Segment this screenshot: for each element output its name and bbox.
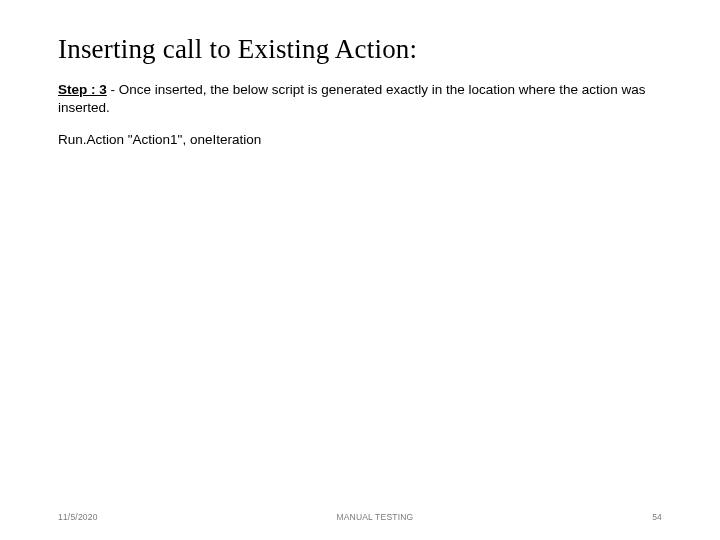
- generated-script-line: Run.Action "Action1", oneIteration: [58, 131, 662, 149]
- footer-center: MANUAL TESTING: [98, 512, 653, 522]
- slide-title: Inserting call to Existing Action:: [58, 34, 662, 65]
- slide: Inserting call to Existing Action: Step …: [0, 0, 720, 540]
- footer-date: 11/5/2020: [58, 512, 98, 522]
- step-label: Step : 3: [58, 82, 107, 97]
- step-description: - Once inserted, the below script is gen…: [58, 82, 646, 115]
- slide-footer: 11/5/2020 MANUAL TESTING 54: [0, 512, 720, 522]
- step-line: Step : 3 - Once inserted, the below scri…: [58, 81, 662, 117]
- footer-page-number: 54: [652, 512, 662, 522]
- slide-body: Step : 3 - Once inserted, the below scri…: [58, 81, 662, 150]
